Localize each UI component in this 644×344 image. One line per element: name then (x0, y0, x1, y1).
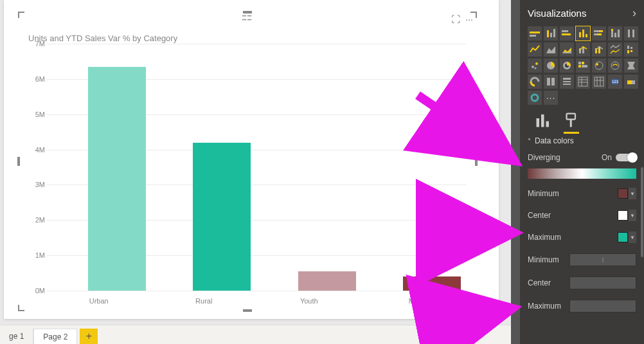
viz-type-icon-20[interactable] (624, 59, 638, 73)
visualizations-panel: Visualizations › 123··· ˄ Data colors Di… (519, 0, 644, 344)
page-tab-1[interactable]: ge 1 (0, 329, 33, 344)
viz-type-icon-12[interactable] (608, 42, 622, 57)
x-tick-label: Rural (195, 297, 212, 305)
text-cursor-icon: I (602, 256, 604, 264)
viz-type-icon-11[interactable] (592, 42, 606, 57)
page-tab-bar: ge 1 Page 2 + (0, 325, 519, 344)
viz-type-icon-19[interactable] (608, 59, 622, 73)
bar-youth[interactable] (298, 271, 356, 291)
svg-rect-12 (594, 33, 597, 35)
bar-mix[interactable] (403, 276, 461, 291)
viz-type-icon-17[interactable] (576, 59, 590, 73)
maximum-color-label: Maximum (528, 233, 561, 242)
viz-type-icon-9[interactable] (560, 42, 574, 57)
chart-plot-area: 0M1M2M3M4M5M6M7M (28, 44, 467, 291)
svg-rect-26 (631, 47, 632, 49)
minimum-value-input[interactable]: I (569, 253, 636, 266)
svg-rect-61 (546, 122, 550, 127)
viz-type-icon-26[interactable]: 123 (608, 75, 622, 89)
minimum-value-label: Minimum (528, 255, 559, 264)
x-tick-label: Urban (89, 297, 109, 305)
viz-type-icon-6[interactable] (624, 26, 638, 41)
viz-type-icon-16[interactable] (560, 59, 574, 73)
viz-type-icon-24[interactable] (576, 75, 590, 89)
viz-type-icon-1[interactable] (544, 26, 558, 41)
y-tick-label: 6M (35, 75, 45, 83)
viz-type-icon-27[interactable] (624, 75, 638, 89)
viz-type-icon-3[interactable] (576, 26, 590, 41)
chart-title: Units and YTD Sales Var % by Category (28, 33, 177, 43)
svg-rect-24 (627, 46, 629, 49)
svg-rect-25 (627, 50, 629, 53)
maximum-color-swatch (618, 232, 628, 242)
viz-type-icon-14[interactable] (528, 59, 542, 73)
minimum-color-swatch (618, 188, 628, 199)
fields-tab-icon[interactable] (535, 113, 551, 130)
viz-type-icon-extra[interactable] (528, 91, 542, 105)
diverging-gradient-preview (528, 168, 636, 179)
viz-type-icon-23[interactable] (560, 75, 574, 89)
svg-rect-14 (611, 31, 613, 37)
viz-type-icon-13[interactable] (624, 42, 638, 57)
svg-rect-8 (582, 30, 584, 37)
grid (46, 44, 467, 291)
svg-rect-4 (553, 29, 555, 37)
x-tick-label: Mix (409, 297, 420, 305)
svg-rect-36 (578, 65, 581, 68)
maximum-color-dropdown[interactable]: ▼ (618, 231, 636, 243)
svg-point-39 (596, 63, 598, 66)
x-tick-label: Youth (300, 297, 318, 305)
bar-rural[interactable] (193, 143, 251, 291)
svg-rect-13 (597, 33, 602, 35)
svg-rect-45 (563, 84, 571, 85)
y-tick-label: 2M (35, 216, 45, 224)
center-color-swatch (618, 210, 628, 221)
svg-rect-63 (570, 120, 572, 127)
chevron-up-icon: ˄ (528, 138, 531, 145)
svg-rect-16 (614, 33, 616, 37)
svg-rect-10 (594, 30, 599, 32)
drag-handle-icon[interactable]: ━━━━ (242, 14, 253, 22)
svg-rect-50 (595, 77, 604, 86)
y-tick-label: 1M (35, 251, 45, 259)
center-value-input[interactable] (569, 276, 636, 289)
bar-urban[interactable] (88, 67, 146, 291)
panel-collapse-strip[interactable] (511, 0, 520, 344)
viz-type-icon-7[interactable] (528, 42, 542, 57)
svg-point-30 (535, 68, 537, 69)
viz-type-icon-4[interactable] (592, 26, 606, 41)
viz-type-icon-2[interactable] (560, 26, 574, 41)
diverging-label: Diverging (528, 153, 560, 162)
format-tab-icon[interactable] (564, 113, 579, 130)
add-page-button[interactable]: + (80, 329, 98, 344)
viz-type-icon-25[interactable] (592, 75, 606, 89)
diverging-toggle[interactable]: On (602, 153, 636, 162)
svg-rect-27 (631, 50, 632, 52)
viz-type-icon-0[interactable] (528, 26, 542, 41)
svg-rect-59 (537, 118, 540, 127)
more-options-icon[interactable]: ··· (465, 14, 473, 24)
viz-type-icon-5[interactable] (608, 26, 622, 41)
panel-expand-icon[interactable]: › (632, 6, 636, 20)
maximum-value-input[interactable] (569, 300, 636, 312)
data-colors-section-header[interactable]: ˄ Data colors (528, 136, 636, 145)
viz-type-icon-22[interactable] (544, 75, 558, 89)
panel-scrollbar[interactable] (641, 167, 643, 257)
svg-rect-19 (632, 30, 634, 37)
focus-mode-icon[interactable]: ⛶ (451, 14, 460, 24)
viz-gallery-more-icon[interactable]: ··· (544, 91, 558, 105)
y-tick-label: 0M (35, 287, 45, 294)
svg-point-40 (611, 62, 619, 69)
viz-type-icon-18[interactable] (592, 59, 606, 73)
viz-type-icon-10[interactable] (576, 42, 590, 57)
viz-type-icon-8[interactable] (544, 42, 558, 57)
center-color-dropdown[interactable]: ▼ (618, 210, 636, 221)
minimum-color-dropdown[interactable]: ▼ (618, 188, 636, 199)
svg-point-38 (595, 62, 603, 69)
page-tab-2[interactable]: Page 2 (33, 329, 77, 344)
viz-type-icon-21[interactable] (528, 75, 542, 89)
svg-rect-9 (586, 34, 587, 37)
bar-chart-visual[interactable]: ━━━━ ⛶ ··· Units and YTD Sales Var % by … (19, 13, 476, 310)
center-value-label: Center (528, 278, 551, 287)
viz-type-icon-15[interactable] (544, 59, 558, 73)
